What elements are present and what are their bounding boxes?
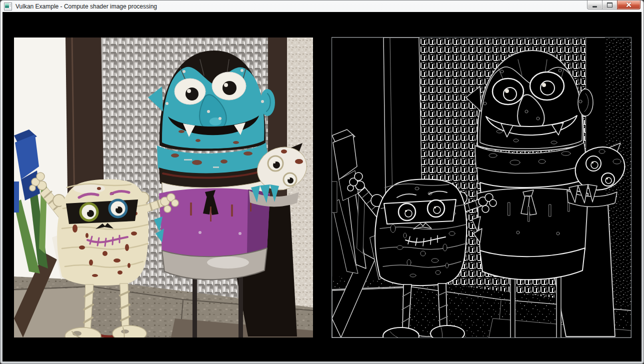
window-title: Vulkan Example - Compute shader image pr…	[16, 3, 157, 10]
app-window: Vulkan Example - Compute shader image pr…	[0, 0, 644, 364]
minimize-icon	[592, 6, 597, 8]
minimize-button[interactable]	[587, 0, 602, 10]
render-area	[2, 12, 642, 362]
close-button[interactable]	[617, 0, 640, 10]
close-icon	[626, 2, 632, 8]
maximize-icon	[607, 2, 612, 8]
maximize-button[interactable]	[602, 0, 618, 10]
edge-detected-image	[332, 38, 631, 338]
window-controls	[588, 0, 640, 10]
original-image	[14, 38, 313, 338]
titlebar[interactable]: Vulkan Example - Compute shader image pr…	[0, 0, 644, 12]
edge-output-pane	[332, 38, 631, 338]
original-image-pane	[14, 38, 313, 338]
app-icon	[4, 2, 12, 10]
